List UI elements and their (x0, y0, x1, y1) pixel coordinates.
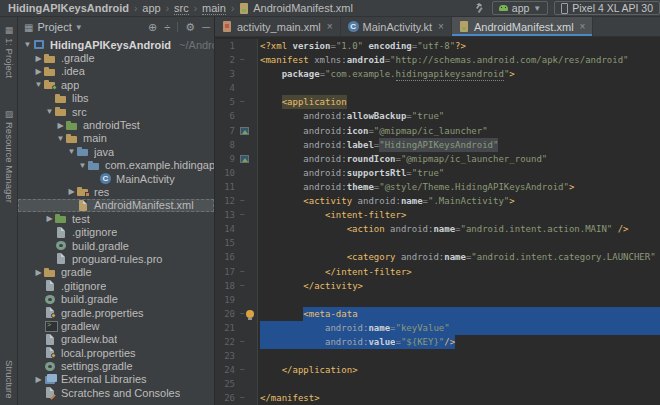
code-line-19[interactable]: 19 (215, 293, 660, 307)
device-selector[interactable]: Pixel 4 XL API 30 (554, 1, 660, 15)
breadcrumb-item[interactable]: src (174, 2, 189, 15)
code-line-13[interactable]: 13− <intent-filter> (215, 208, 660, 222)
tree-item--idea[interactable]: ▶.idea (18, 65, 214, 78)
breadcrumb-item[interactable]: AndroidManifest.xml (239, 2, 353, 14)
tree-item-androidtest[interactable]: ▶androidTest (18, 118, 214, 131)
hide-panel-icon[interactable]: ─ (202, 21, 210, 33)
code-line-17[interactable]: 17− </intent-filter> (215, 265, 660, 279)
chevron-right-icon[interactable]: ▶ (33, 54, 44, 63)
chevron-right-icon[interactable]: ▶ (33, 67, 44, 76)
tree-item--gitignore[interactable]: .gitignore (18, 279, 214, 292)
fold-marker-icon[interactable]: − (240, 197, 245, 205)
editor-tab-activity-main-xml[interactable]: activity_main.xml× (215, 17, 341, 36)
tree-item-hidingapikeysandroid[interactable]: ▼HidingAPIKeysAndroid ~/AndroidStudioP (18, 38, 214, 51)
tree-item-gradlew-bat[interactable]: gradlew.bat (18, 333, 214, 346)
fold-marker-icon[interactable]: − (240, 310, 245, 318)
tree-item-scratches-and-consoles[interactable]: Scratches and Consoles (18, 386, 214, 399)
tree-item-external-libraries[interactable]: ▶External Libraries (18, 373, 214, 386)
code-line-11[interactable]: 11 android:theme="@style/Theme.HidingAPI… (215, 180, 660, 194)
tree-item-mainactivity[interactable]: MainActivity (18, 172, 214, 185)
drawable-preview-icon[interactable] (240, 127, 249, 135)
code-line-15[interactable]: 15 (215, 236, 660, 250)
code-line-4[interactable]: 4 (215, 81, 660, 95)
close-tab-icon[interactable]: × (327, 21, 333, 32)
fold-marker-icon[interactable]: − (240, 338, 245, 346)
code-line-14[interactable]: 14 <action android:name="android.intent.… (215, 222, 660, 236)
code-line-21[interactable]: 21 android:name="keyValue" (215, 321, 660, 335)
collapse-all-icon[interactable]: ÷ (164, 21, 170, 33)
editor-tab-mainactivity-kt[interactable]: MainActivity.kt× (341, 17, 452, 36)
code-line-8[interactable]: 8 android:label="HidingAPIKeysAndroid" (215, 138, 660, 152)
chevron-right-icon[interactable]: ▶ (33, 268, 44, 277)
tree-item-gradle[interactable]: ▶gradle (18, 266, 214, 279)
code-line-6[interactable]: 6 android:allowBackup="true" (215, 109, 660, 123)
chevron-down-icon[interactable]: ▼ (75, 23, 83, 32)
code-line-22[interactable]: 22− android:value="${KEY}"/> (215, 335, 660, 349)
chevron-down-icon[interactable]: ▼ (33, 80, 44, 89)
code-line-24[interactable]: 24− </application> (215, 363, 660, 377)
tree-item-libs[interactable]: libs (18, 92, 214, 105)
tree-item-src[interactable]: ▼src (18, 105, 214, 118)
tree-item-gradlew[interactable]: gradlew (18, 319, 214, 332)
chevron-down-icon[interactable]: ▼ (66, 147, 77, 156)
project-view-title[interactable]: Project (37, 21, 71, 33)
code-line-16[interactable]: 16 <category android:name="android.inten… (215, 250, 660, 264)
code-line-18[interactable]: 18− </activity> (215, 279, 660, 293)
tree-item-com-example-hidingapikeys[interactable]: ▼com.example.hidingapikeys (18, 159, 214, 172)
run-config-selector[interactable]: app ▼ (492, 1, 548, 15)
tool-window-button-project[interactable]: ▦ 1: Project (0, 25, 18, 78)
code-line-2[interactable]: 2−<manifest xmlns:android="http://schema… (215, 53, 660, 67)
fold-marker-icon[interactable]: − (240, 98, 245, 106)
tree-item-local-properties[interactable]: local.properties (18, 346, 214, 359)
code-line-7[interactable]: 7 android:icon="@mipmap/ic_launcher" (215, 124, 660, 138)
chevron-down-icon[interactable]: ▼ (22, 40, 33, 49)
tree-item-androidmanifest-xml[interactable]: AndroidManifest.xml (18, 199, 214, 212)
code-line-1[interactable]: 1<?xml version="1.0" encoding="utf-8"?> (215, 39, 660, 53)
tree-item-main[interactable]: ▼main (18, 132, 214, 145)
drawable-preview-icon[interactable] (240, 155, 249, 163)
code-line-5[interactable]: 5− <application (215, 95, 660, 109)
code-line-9[interactable]: 9 android:roundIcon="@mipmap/ic_launcher… (215, 152, 660, 166)
breadcrumb-item[interactable]: main (202, 2, 226, 15)
fold-marker-icon[interactable]: − (240, 268, 245, 276)
tree-item-res[interactable]: ▶res (18, 185, 214, 198)
breadcrumb-item[interactable]: HidingAPIKeysAndroid (8, 2, 129, 14)
fold-marker-icon[interactable]: − (240, 366, 245, 374)
tree-item-app[interactable]: ▼app (18, 78, 214, 91)
code-line-12[interactable]: 12− <activity android:name=".MainActivit… (215, 194, 660, 208)
code-line-10[interactable]: 10 android:supportsRtl="true" (215, 166, 660, 180)
close-tab-icon[interactable]: × (580, 21, 586, 32)
tree-item-gradle-properties[interactable]: gradle.properties (18, 306, 214, 319)
tree-item-build-gradle[interactable]: build.gradle (18, 239, 214, 252)
code-line-26[interactable]: 26−</manifest> (215, 391, 660, 405)
tool-window-button-structure[interactable]: Structure (0, 360, 18, 399)
code-line-20[interactable]: 20− <meta-data (215, 307, 660, 321)
chevron-right-icon[interactable]: ▶ (55, 121, 66, 130)
tree-item-settings-gradle[interactable]: settings.gradle (18, 359, 214, 372)
tool-window-button-resource-manager[interactable]: ▨ Resource Manager (0, 109, 18, 203)
locate-file-icon[interactable]: ⊕ (148, 21, 157, 34)
code-line-25[interactable]: 25 (215, 377, 660, 391)
fold-marker-icon[interactable]: − (240, 282, 245, 290)
tree-item-build-gradle[interactable]: build.gradle (18, 292, 214, 305)
tree-item-test[interactable]: ▶test (18, 212, 214, 225)
chevron-down-icon[interactable]: ▼ (77, 161, 88, 170)
chevron-down-icon[interactable]: ▼ (44, 107, 55, 116)
tree-item--gitignore[interactable]: .gitignore (18, 225, 214, 238)
build-hammer-icon[interactable] (474, 2, 486, 14)
chevron-right-icon[interactable]: ▶ (33, 375, 44, 384)
fold-marker-icon[interactable]: − (240, 211, 245, 219)
chevron-right-icon[interactable]: ▶ (66, 187, 77, 196)
editor-tab-androidmanifest-xml[interactable]: AndroidManifest.xml× (452, 17, 594, 36)
tree-item--gradle[interactable]: ▶.gradle (18, 51, 214, 64)
tree-item-java[interactable]: ▼java (18, 145, 214, 158)
breadcrumb-item[interactable]: app (142, 2, 160, 14)
fold-marker-icon[interactable]: − (240, 56, 245, 64)
code-editor[interactable]: 1<?xml version="1.0" encoding="utf-8"?>2… (215, 37, 660, 405)
close-tab-icon[interactable]: × (438, 21, 444, 32)
code-line-23[interactable]: 23 (215, 349, 660, 363)
fold-marker-icon[interactable]: − (240, 394, 245, 402)
chevron-right-icon[interactable]: ▶ (44, 214, 55, 223)
settings-gear-icon[interactable]: ⚙ (185, 21, 195, 34)
intention-bulb-icon[interactable] (246, 310, 254, 318)
